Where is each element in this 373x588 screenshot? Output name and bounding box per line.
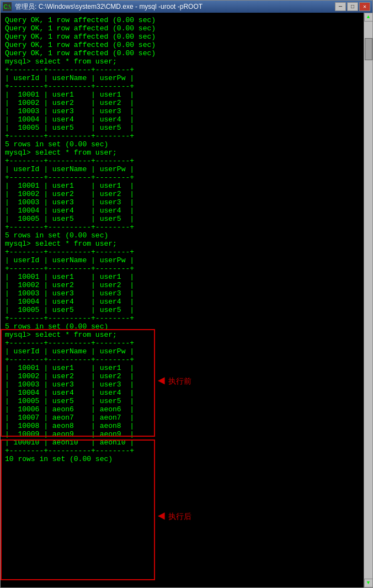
terminal-line: | 10005 | user5 | user5 |: [5, 124, 359, 132]
terminal-line: | 10002 | user2 | user2 |: [5, 372, 359, 380]
terminal-line: | 10001 | user1 | user1 |: [5, 364, 359, 372]
terminal-line: +--------+----------+--------+: [5, 66, 359, 74]
scroll-up-button[interactable]: ▲: [364, 13, 373, 22]
terminal-line: Query OK, 1 row affected (0.00 sec): [5, 24, 359, 33]
terminal-line: | 10004 | user4 | user4 |: [5, 206, 359, 215]
titlebar-title: C:\ 管理员: C:\Windows\system32\CMD.exe - m…: [3, 2, 203, 12]
content-area: Query OK, 1 row affected (0.00 sec)Query…: [1, 13, 372, 587]
terminal-line: 10 rows in set (0.00 sec): [5, 455, 359, 463]
window-title: 管理员: C:\Windows\system32\CMD.exe - mysql…: [15, 2, 203, 12]
titlebar-controls: ─ □ ✕: [335, 2, 370, 11]
terminal-line: +--------+----------+--------+: [5, 173, 359, 182]
terminal-line: | 10008 | aeon8 | aeon8 |: [5, 422, 359, 430]
terminal-line: +--------+----------+--------+: [5, 132, 359, 140]
terminal-line: 5 rows in set (0.00 sec): [5, 231, 359, 240]
terminal-line: +--------+----------+--------+: [5, 157, 359, 165]
terminal-line: | 10003 | user3 | user3 |: [5, 107, 359, 115]
terminal-line: | 10004 | user4 | user4 |: [5, 298, 359, 306]
terminal-line: | userId | userName | userPw |: [5, 347, 359, 356]
terminal-line: +--------+----------+--------+: [5, 248, 359, 256]
cmd-window: C:\ 管理员: C:\Windows\system32\CMD.exe - m…: [0, 0, 373, 588]
titlebar: C:\ 管理员: C:\Windows\system32\CMD.exe - m…: [1, 1, 372, 13]
terminal-line: | 10004 | user4 | user4 |: [5, 115, 359, 124]
terminal[interactable]: Query OK, 1 row affected (0.00 sec)Query…: [1, 13, 364, 467]
terminal-line: 5 rows in set (0.00 sec): [5, 322, 359, 331]
terminal-line: Query OK, 1 row affected (0.00 sec): [5, 16, 359, 24]
terminal-line: mysql> select * from user;: [5, 240, 359, 248]
terminal-line: | 10007 | aeon7 | aeon7 |: [5, 414, 359, 422]
after-label: 执行后: [168, 512, 191, 522]
terminal-line: | 10002 | user2 | user2 |: [5, 281, 359, 289]
titlebar-icon: C:\: [3, 2, 12, 11]
terminal-line: | 10005 | user5 | user5 |: [5, 215, 359, 223]
terminal-line: | 10002 | user2 | user2 |: [5, 190, 359, 198]
terminal-line: | 10006 | aeon6 | aeon6 |: [5, 405, 359, 414]
terminal-line: | 10003 | user3 | user3 |: [5, 198, 359, 206]
terminal-line: mysql> select * from user;: [5, 149, 359, 157]
terminal-line: mysql> select * from user;: [5, 331, 359, 339]
terminal-line: +--------+----------+--------+: [5, 314, 359, 322]
terminal-line: Query OK, 1 row affected (0.00 sec): [5, 49, 359, 57]
terminal-line: Query OK, 1 row affected (0.00 sec): [5, 33, 359, 41]
terminal-line: mysql> select * from user;: [5, 57, 359, 66]
terminal-line: +--------+----------+--------+: [5, 356, 359, 364]
close-button[interactable]: ✕: [359, 2, 370, 11]
terminal-line: | 10002 | user2 | user2 |: [5, 99, 359, 107]
terminal-line: | 10001 | user1 | user1 |: [5, 91, 359, 99]
terminal-line: | userId | userName | userPw |: [5, 165, 359, 173]
terminal-line: +--------+----------+--------+: [5, 339, 359, 347]
scroll-thumb[interactable]: [365, 38, 372, 60]
terminal-line: | 10003 | user3 | user3 |: [5, 380, 359, 389]
after-arrow: ◄: [158, 510, 165, 523]
after-annotation: ◄ 执行后: [158, 510, 191, 523]
terminal-line: | 10001 | user1 | user1 |: [5, 182, 359, 190]
maximize-button[interactable]: □: [347, 2, 358, 11]
terminal-line: | 10009 | aeon9 | aeon9 |: [5, 430, 359, 438]
scrollbar[interactable]: ▲ ▼: [364, 13, 372, 587]
terminal-line: +--------+----------+--------+: [5, 82, 359, 91]
terminal-line: | 100010 | aeon10 | aeon10 |: [5, 438, 359, 447]
terminal-line: | userId | userName | userPw |: [5, 74, 359, 82]
scroll-track[interactable]: [364, 22, 372, 579]
terminal-line: | 10005 | user5 | user5 |: [5, 397, 359, 405]
terminal-line: Query OK, 1 row affected (0.00 sec): [5, 41, 359, 49]
terminal-line: 5 rows in set (0.00 sec): [5, 140, 359, 149]
minimize-button[interactable]: ─: [335, 2, 346, 11]
terminal-line: +--------+----------+--------+: [5, 223, 359, 231]
terminal-line: | 10003 | user3 | user3 |: [5, 289, 359, 298]
terminal-line: | 10001 | user1 | user1 |: [5, 273, 359, 281]
terminal-line: +--------+----------+--------+: [5, 264, 359, 273]
terminal-line: +--------+----------+--------+: [5, 447, 359, 455]
terminal-line: | 10004 | user4 | user4 |: [5, 389, 359, 397]
terminal-line: | userId | userName | userPw |: [5, 256, 359, 264]
terminal-line: | 10005 | user5 | user5 |: [5, 306, 359, 314]
scroll-down-button[interactable]: ▼: [364, 579, 373, 587]
